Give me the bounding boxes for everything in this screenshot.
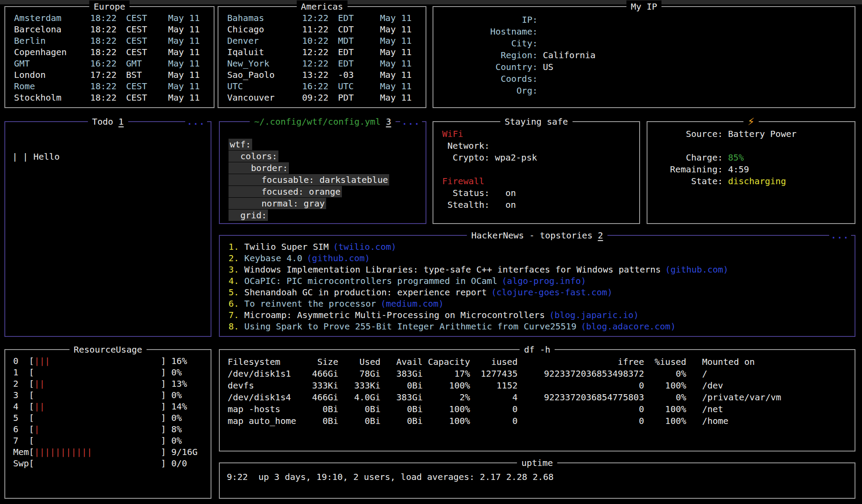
cell-capacity: 100% xyxy=(423,380,470,392)
panel-title-text: df -h xyxy=(524,344,550,355)
todo-item[interactable]: | | Hello xyxy=(12,151,211,162)
clock-timezone: GMT xyxy=(126,58,158,69)
clock-time: 12:22 xyxy=(302,58,334,69)
clock-row: GMT16:22GMTMay 11 xyxy=(14,58,208,69)
config-line-text: colors: xyxy=(229,150,278,162)
panel-title: ResourceUsage xyxy=(69,343,147,356)
gauge-value: 14% xyxy=(171,401,187,412)
panel-title-text: Staying safe xyxy=(505,116,568,127)
cell-used: 0Bi xyxy=(338,415,380,427)
clock-date: May 11 xyxy=(380,69,419,80)
story-domain-link[interactable]: (blog.adacore.com) xyxy=(581,321,676,332)
blank-line xyxy=(647,140,855,152)
config-line-text: grid: xyxy=(229,210,268,221)
cell-ifree: 9223372036854775803 xyxy=(517,392,644,403)
clock-date: May 11 xyxy=(168,12,208,24)
clock-city: London xyxy=(14,69,90,80)
cell-size: 0Bi xyxy=(302,403,338,415)
story-item[interactable]: 4.OCaPIC: PIC microcontrollers programme… xyxy=(229,275,855,287)
clock-row: London17:22BSTMay 11 xyxy=(14,69,208,80)
cell-used: 4.0Gi xyxy=(338,392,380,403)
wifi-crypto-line: Crypto: wpa2-psk xyxy=(442,152,639,164)
story-domain-link[interactable]: (twilio.com) xyxy=(333,242,397,252)
clock-date: May 11 xyxy=(168,92,208,103)
ip-info-row: Hostname: xyxy=(433,26,855,38)
gauge-bracket: [ xyxy=(29,356,34,366)
gauge-label: 2 xyxy=(13,378,29,389)
hackernews-panel[interactable]: HackerNews - topstories 2 ... 1.Twilio S… xyxy=(219,235,855,337)
story-item[interactable]: 6.To reinvent the processor(medium.com) xyxy=(229,298,855,309)
clock-date: May 11 xyxy=(380,58,419,69)
todo-list: | | Hello xyxy=(5,122,211,185)
country-value: US xyxy=(543,61,553,73)
clock-city: New_York xyxy=(227,58,302,69)
config-file-panel[interactable]: ~/.config/wtf/config.yml 3 ... wtf: colo… xyxy=(219,121,426,224)
story-domain-link[interactable]: (github.com) xyxy=(307,253,370,263)
blank-line xyxy=(442,164,639,175)
panel-overflow-indicator: ... xyxy=(185,116,207,127)
gauge-bracket: ] xyxy=(161,458,166,469)
clock-date: May 11 xyxy=(380,24,419,35)
gauge-label: 4 xyxy=(13,401,29,412)
clock-date: May 11 xyxy=(168,24,208,35)
story-item[interactable]: 1.Twilio Super SIM(twilio.com) xyxy=(229,241,855,252)
config-line-text: focused: orange xyxy=(229,186,342,197)
clock-time: 18:22 xyxy=(90,80,122,92)
todo-panel[interactable]: Todo 1 ... | | Hello xyxy=(4,121,211,337)
cell-size: 466Gi xyxy=(302,368,338,380)
config-line-text: border: xyxy=(229,162,289,174)
cell-used: 0Bi xyxy=(338,403,380,415)
gauge-bracket: ] xyxy=(161,401,166,412)
cell-ifree: 0 xyxy=(517,403,644,415)
story-domain-link[interactable]: (blog.japaric.io) xyxy=(549,310,639,320)
story-domain-link[interactable]: (clojure-goes-fast.com) xyxy=(491,287,612,298)
region-value: California xyxy=(543,49,595,61)
clock-timezone: EDT xyxy=(338,58,370,69)
disk-table-row: devfs333Ki333Ki0Bi100%11520100%/dev xyxy=(228,380,855,392)
story-title: OCaPIC: PIC microcontrollers programmed … xyxy=(244,276,497,286)
col-size: Size xyxy=(302,356,338,368)
clock-city: GMT xyxy=(14,58,90,69)
gauge-bracket: ] xyxy=(161,378,166,389)
clock-city: Vancouver xyxy=(227,92,302,103)
cpu-gauge-row: 7[]0% xyxy=(13,435,211,446)
story-item[interactable]: 8.Using Spark to Prove 255-Bit Integer A… xyxy=(229,321,855,332)
clock-city: Sao_Paolo xyxy=(227,69,302,80)
clock-time: 16:22 xyxy=(302,80,334,92)
remaining-label: Remaining: xyxy=(647,164,723,175)
security-status: WiFi Network: Crypto: wpa2-psk Firewall … xyxy=(433,122,639,211)
panel-focus-shortcut: 2 xyxy=(598,230,603,241)
ip-info-row: Org: xyxy=(433,85,855,97)
clock-city: Amsterdam xyxy=(14,12,90,24)
clock-row: Bahamas12:22EDTMay 11 xyxy=(227,12,419,24)
clock-time: 12:22 xyxy=(302,46,334,58)
story-item[interactable]: 7.Microamp: Asymmetric Multi-Processing … xyxy=(229,309,855,321)
story-domain-link[interactable]: (medium.com) xyxy=(380,298,444,309)
panel-overflow-indicator: ... xyxy=(829,230,851,241)
clock-timezone: CEST xyxy=(126,12,158,24)
battery-status: Source:Battery Power Charge:85% Remainin… xyxy=(647,122,855,187)
clock-city: Denver xyxy=(227,35,302,46)
panel-title-text: uptime xyxy=(521,458,553,468)
clock-list: Amsterdam18:22CESTMay 11 Barcelona18:22C… xyxy=(5,7,214,103)
story-domain-link[interactable]: (github.com) xyxy=(665,264,728,275)
cell-filesystem: /dev/disk1s4 xyxy=(228,392,302,403)
battery-panel: ⚡ Source:Battery Power Charge:85% Remain… xyxy=(647,121,855,224)
gauge-label: 1 xyxy=(13,367,29,378)
resource-usage-panel: ResourceUsage 0[|||]16% 1[]0% 2[||]13% 3… xyxy=(4,349,211,499)
story-domain-link[interactable]: (algo-prog.info) xyxy=(502,276,586,286)
col-piused: %iused xyxy=(644,356,686,368)
story-item[interactable]: 5.Shenandoah GC in production: experienc… xyxy=(229,287,855,298)
cell-piused: 0% xyxy=(644,368,686,380)
clock-row: Chicago11:22CDTMay 11 xyxy=(227,24,419,35)
story-item[interactable]: 2.Keybase 4.0(github.com) xyxy=(229,252,855,264)
gauge-label: 0 xyxy=(13,355,29,367)
story-list: 1.Twilio Super SIM(twilio.com) 2.Keybase… xyxy=(220,236,855,332)
col-mounted-on: Mounted on xyxy=(686,356,755,368)
cell-ifree: 9223372036853498372 xyxy=(517,368,644,380)
disk-free-panel: df -h FilesystemSizeUsedAvailCapacityius… xyxy=(219,349,855,452)
gauge-label: Swp xyxy=(13,458,29,469)
clock-row: Sao_Paolo13:22-03May 11 xyxy=(227,69,419,80)
clock-list: Bahamas12:22EDTMay 11 Chicago11:22CDTMay… xyxy=(218,7,426,103)
story-item[interactable]: 3.Windows Implementation Libraries: type… xyxy=(229,264,855,275)
